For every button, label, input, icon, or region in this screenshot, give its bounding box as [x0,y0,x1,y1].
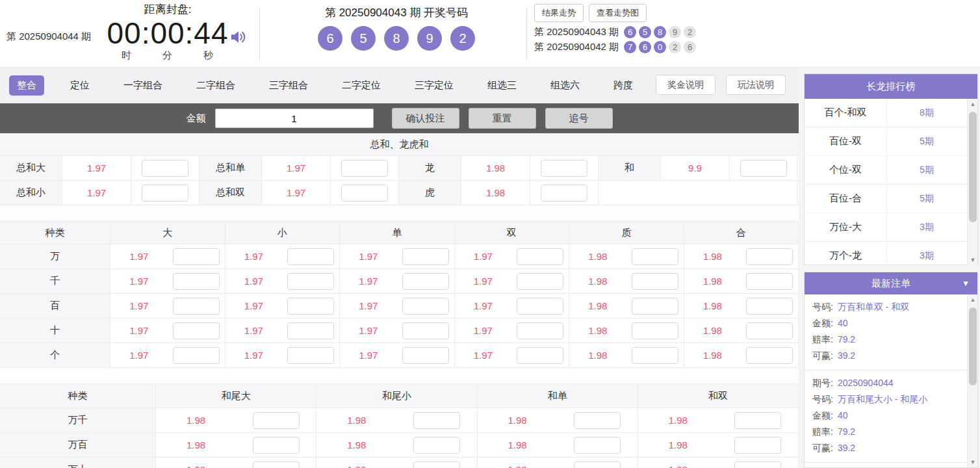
tab-整合[interactable]: 整合 [9,75,44,96]
streak-name: 百个-和双 [805,99,887,127]
bet-amount-input[interactable] [541,160,587,177]
tail-sum-odds-table: 种类和尾大和尾小和单和双 万千1.981.981.981.98万百1.981.9… [0,384,799,468]
tab-三字组合[interactable]: 三字组合 [261,75,316,96]
tab-一字组合[interactable]: 一字组合 [116,75,170,96]
countdown-label: 距离封盘: [106,2,229,17]
tab-组选三[interactable]: 组选三 [480,75,524,96]
bet-amount-input[interactable] [746,248,793,265]
bet-amount-input[interactable] [287,347,334,364]
reset-button[interactable]: 重置 [469,108,536,129]
bet-amount-input[interactable] [287,273,334,290]
bet-amount-input[interactable] [341,185,388,202]
bet-amount-input[interactable] [402,347,449,364]
tab-二字定位[interactable]: 二字定位 [334,75,389,96]
streak-count: 5期 [887,156,966,184]
table-row: 万1.971.971.971.971.981.98 [0,244,799,269]
bet-amount-input[interactable] [287,322,334,339]
amount-input[interactable] [215,109,374,128]
tab-定位[interactable]: 定位 [62,75,97,96]
bet-amount-input[interactable] [402,298,449,315]
bet-amount-input[interactable] [142,185,188,202]
streak-scrollbar[interactable]: ▲ ▼ [967,99,977,265]
bet-amount-input[interactable] [287,248,334,265]
bet-amount-input[interactable] [746,273,793,290]
bet-amount-input[interactable] [253,437,300,454]
bet-amount-input[interactable] [517,248,563,265]
scrollbar-thumb[interactable] [969,112,977,222]
bet-amount-input[interactable] [413,412,460,429]
bet-amount-input[interactable] [746,347,793,364]
bet-amount-input[interactable] [574,462,621,468]
bet-amount-input[interactable] [541,185,587,202]
rules-info-button[interactable]: 玩法说明 [726,75,786,95]
bet-amount-input[interactable] [517,273,563,290]
bet-amount-input[interactable] [173,273,220,290]
odds-value: 1.97 [455,318,512,343]
countdown-time: 00:00:44 [106,17,229,49]
orders-panel-header: 最新注单 ▼ [805,272,977,294]
bet-amount-input[interactable] [734,412,781,429]
order-field: 金额:40 [812,408,960,424]
bet-amount-input[interactable] [740,160,787,177]
bet-input-cell [397,269,454,293]
bet-amount-input[interactable] [574,437,621,454]
scroll-down-icon[interactable]: ▼ [968,457,977,467]
tab-组选六[interactable]: 组选六 [543,75,587,96]
bet-amount-input[interactable] [173,248,220,265]
bet-type-label: 总和大 [0,156,62,180]
chase-number-button[interactable]: 追号 [545,108,613,129]
bet-amount-input[interactable] [142,160,188,177]
bet-amount-input[interactable] [734,437,781,454]
bet-amount-input[interactable] [253,412,300,429]
tab-三字定位[interactable]: 三字定位 [407,75,461,96]
bet-amount-input[interactable] [413,462,460,468]
draw-number-ball: 2 [450,26,475,51]
scroll-up-icon[interactable]: ▲ [968,294,977,305]
scrollbar-thumb[interactable] [969,307,977,385]
bet-amount-input[interactable] [734,462,781,468]
bet-amount-input[interactable] [173,322,220,339]
bet-amount-input[interactable] [253,462,300,468]
order-field: 号码:万百和单双 - 和双 [812,299,960,315]
bet-amount-input[interactable] [632,347,678,364]
chevron-down-icon[interactable]: ▼ [962,279,970,288]
bet-amount-input[interactable] [517,347,563,364]
bet-amount-input[interactable] [402,248,449,265]
bet-amount-input[interactable] [746,298,793,315]
bet-amount-input[interactable] [632,248,678,265]
odds-bet-cell: 1.97 [226,244,341,268]
odds-bet-cell: 1.97 [340,343,455,367]
bet-amount-input[interactable] [632,298,678,315]
table-row: 个1.971.971.971.971.981.98 [0,343,799,368]
bet-amount-input[interactable] [746,322,793,339]
odds-bet-cell: 1.98 [638,458,799,468]
bet-amount-input[interactable] [632,273,678,290]
bet-input-cell [558,458,638,468]
bet-amount-input[interactable] [574,412,621,429]
speaker-icon[interactable] [229,27,248,47]
view-trend-chart-button[interactable]: 查看走势图 [589,4,647,22]
confirm-bet-button[interactable]: 确认投注 [392,108,459,129]
tab-二字组合[interactable]: 二字组合 [188,75,243,96]
bet-amount-input[interactable] [632,322,678,339]
orders-scrollbar[interactable]: ▲ ▼ [967,294,977,467]
scroll-down-icon[interactable]: ▼ [968,255,977,265]
bet-amount-input[interactable] [402,273,449,290]
odds-bet-cell: 1.97 [226,294,341,318]
bet-amount-input[interactable] [402,322,449,339]
prize-info-button[interactable]: 奖金说明 [656,75,716,95]
bet-amount-input[interactable] [413,437,460,454]
bet-amount-input[interactable] [341,160,388,177]
bet-amount-input[interactable] [173,347,220,364]
result-trend-button[interactable]: 结果走势 [534,4,584,22]
odds-value: 1.98 [156,408,236,432]
odds-value: 1.97 [110,244,168,268]
bet-amount-input[interactable] [173,298,220,315]
bet-amount-input[interactable] [517,298,563,315]
bet-amount-input[interactable] [287,298,334,315]
bet-input-cell [626,343,684,367]
scroll-up-icon[interactable]: ▲ [968,99,977,109]
table-row: 万千1.981.981.981.98 [0,408,799,433]
bet-amount-input[interactable] [517,322,563,339]
tab-跨度[interactable]: 跨度 [606,75,641,96]
